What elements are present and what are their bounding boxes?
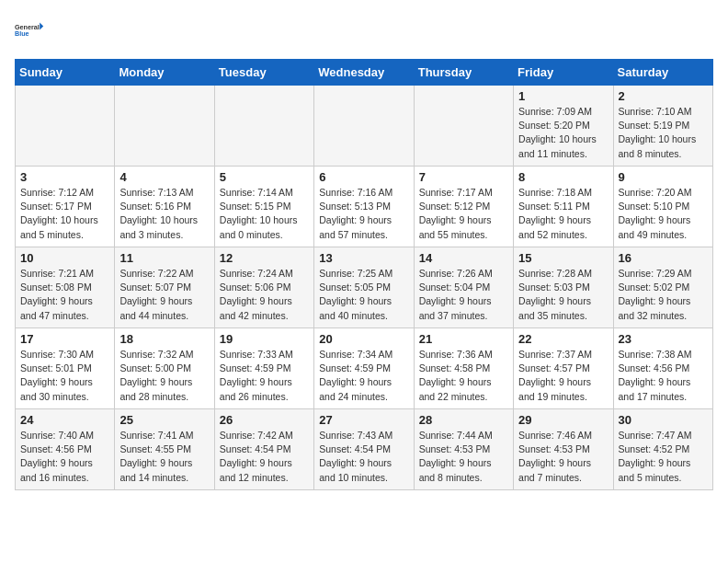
logo-icon: GeneralBlue: [15, 15, 44, 44]
day-number: 26: [220, 413, 309, 427]
day-info: Sunrise: 7:17 AM Sunset: 5:12 PM Dayligh…: [419, 186, 508, 242]
day-number: 10: [20, 251, 109, 265]
day-number: 20: [319, 332, 408, 346]
calendar-cell: [414, 86, 513, 167]
day-number: 19: [220, 332, 309, 346]
calendar-cell: 19Sunrise: 7:33 AM Sunset: 4:59 PM Dayli…: [214, 328, 313, 409]
day-number: 18: [119, 332, 209, 346]
day-info: Sunrise: 7:42 AM Sunset: 4:54 PM Dayligh…: [220, 429, 309, 485]
day-number: 23: [619, 332, 708, 346]
day-info: Sunrise: 7:10 AM Sunset: 5:19 PM Dayligh…: [619, 105, 708, 161]
week-row-4: 17Sunrise: 7:30 AM Sunset: 5:01 PM Dayli…: [16, 328, 713, 409]
calendar-cell: 8Sunrise: 7:18 AM Sunset: 5:11 PM Daylig…: [514, 167, 613, 247]
calendar-cell: 13Sunrise: 7:25 AM Sunset: 5:05 PM Dayli…: [314, 247, 414, 328]
weekday-friday: Friday: [514, 60, 613, 86]
day-number: 25: [119, 413, 209, 427]
calendar-cell: 23Sunrise: 7:38 AM Sunset: 4:56 PM Dayli…: [613, 328, 712, 409]
logo: GeneralBlue: [15, 15, 44, 44]
day-info: Sunrise: 7:38 AM Sunset: 4:56 PM Dayligh…: [619, 348, 708, 404]
day-info: Sunrise: 7:26 AM Sunset: 5:04 PM Dayligh…: [419, 267, 508, 323]
calendar-cell: 2Sunrise: 7:10 AM Sunset: 5:19 PM Daylig…: [613, 86, 712, 167]
day-number: 17: [20, 332, 109, 346]
calendar-cell: 5Sunrise: 7:14 AM Sunset: 5:15 PM Daylig…: [214, 167, 313, 247]
calendar-cell: [16, 86, 115, 167]
calendar-cell: 10Sunrise: 7:21 AM Sunset: 5:08 PM Dayli…: [16, 247, 115, 328]
calendar-cell: 24Sunrise: 7:40 AM Sunset: 4:56 PM Dayli…: [16, 409, 115, 490]
day-info: Sunrise: 7:34 AM Sunset: 4:59 PM Dayligh…: [319, 348, 408, 404]
week-row-2: 3Sunrise: 7:12 AM Sunset: 5:17 PM Daylig…: [16, 167, 713, 247]
day-number: 4: [119, 170, 209, 184]
day-number: 8: [518, 170, 608, 184]
day-number: 5: [220, 170, 309, 184]
calendar-body: 1Sunrise: 7:09 AM Sunset: 5:20 PM Daylig…: [16, 86, 713, 490]
day-number: 15: [518, 251, 608, 265]
day-info: Sunrise: 7:16 AM Sunset: 5:13 PM Dayligh…: [319, 186, 408, 242]
calendar-cell: 27Sunrise: 7:43 AM Sunset: 4:54 PM Dayli…: [314, 409, 414, 490]
day-info: Sunrise: 7:21 AM Sunset: 5:08 PM Dayligh…: [20, 267, 109, 323]
day-info: Sunrise: 7:25 AM Sunset: 5:05 PM Dayligh…: [319, 267, 408, 323]
weekday-header-row: SundayMondayTuesdayWednesdayThursdayFrid…: [16, 60, 713, 86]
week-row-1: 1Sunrise: 7:09 AM Sunset: 5:20 PM Daylig…: [16, 86, 713, 167]
calendar-cell: 14Sunrise: 7:26 AM Sunset: 5:04 PM Dayli…: [414, 247, 513, 328]
weekday-monday: Monday: [115, 60, 214, 86]
calendar-cell: 11Sunrise: 7:22 AM Sunset: 5:07 PM Dayli…: [115, 247, 214, 328]
weekday-sunday: Sunday: [16, 60, 115, 86]
day-info: Sunrise: 7:30 AM Sunset: 5:01 PM Dayligh…: [20, 348, 109, 404]
day-info: Sunrise: 7:12 AM Sunset: 5:17 PM Dayligh…: [20, 186, 109, 242]
day-number: 16: [619, 251, 708, 265]
day-info: Sunrise: 7:28 AM Sunset: 5:03 PM Dayligh…: [518, 267, 608, 323]
day-info: Sunrise: 7:09 AM Sunset: 5:20 PM Dayligh…: [518, 105, 608, 161]
weekday-tuesday: Tuesday: [214, 60, 313, 86]
day-number: 21: [419, 332, 508, 346]
calendar-cell: [214, 86, 313, 167]
day-number: 7: [419, 170, 508, 184]
calendar-header: SundayMondayTuesdayWednesdayThursdayFrid…: [16, 60, 713, 86]
calendar-cell: [115, 86, 214, 167]
day-info: Sunrise: 7:22 AM Sunset: 5:07 PM Dayligh…: [119, 267, 209, 323]
day-number: 13: [319, 251, 408, 265]
day-info: Sunrise: 7:40 AM Sunset: 4:56 PM Dayligh…: [20, 429, 109, 485]
calendar-cell: 26Sunrise: 7:42 AM Sunset: 4:54 PM Dayli…: [214, 409, 313, 490]
day-info: Sunrise: 7:20 AM Sunset: 5:10 PM Dayligh…: [619, 186, 708, 242]
weekday-saturday: Saturday: [613, 60, 712, 86]
calendar-cell: 21Sunrise: 7:36 AM Sunset: 4:58 PM Dayli…: [414, 328, 513, 409]
day-number: 24: [20, 413, 109, 427]
calendar-cell: 1Sunrise: 7:09 AM Sunset: 5:20 PM Daylig…: [514, 86, 613, 167]
day-info: Sunrise: 7:18 AM Sunset: 5:11 PM Dayligh…: [518, 186, 608, 242]
day-number: 6: [319, 170, 408, 184]
calendar-cell: 17Sunrise: 7:30 AM Sunset: 5:01 PM Dayli…: [16, 328, 115, 409]
weekday-thursday: Thursday: [414, 60, 513, 86]
day-number: 30: [619, 413, 708, 427]
day-info: Sunrise: 7:29 AM Sunset: 5:02 PM Dayligh…: [619, 267, 708, 323]
day-info: Sunrise: 7:24 AM Sunset: 5:06 PM Dayligh…: [220, 267, 309, 323]
day-info: Sunrise: 7:46 AM Sunset: 4:53 PM Dayligh…: [518, 429, 608, 485]
day-info: Sunrise: 7:13 AM Sunset: 5:16 PM Dayligh…: [119, 186, 209, 242]
day-info: Sunrise: 7:43 AM Sunset: 4:54 PM Dayligh…: [319, 429, 408, 485]
svg-text:Blue: Blue: [15, 29, 29, 38]
day-number: 29: [518, 413, 608, 427]
calendar-cell: 6Sunrise: 7:16 AM Sunset: 5:13 PM Daylig…: [314, 167, 414, 247]
day-number: 1: [518, 89, 608, 103]
weekday-wednesday: Wednesday: [314, 60, 414, 86]
calendar-cell: 7Sunrise: 7:17 AM Sunset: 5:12 PM Daylig…: [414, 167, 513, 247]
day-number: 14: [419, 251, 508, 265]
day-info: Sunrise: 7:47 AM Sunset: 4:52 PM Dayligh…: [619, 429, 708, 485]
week-row-3: 10Sunrise: 7:21 AM Sunset: 5:08 PM Dayli…: [16, 247, 713, 328]
day-info: Sunrise: 7:44 AM Sunset: 4:53 PM Dayligh…: [419, 429, 508, 485]
calendar-cell: 12Sunrise: 7:24 AM Sunset: 5:06 PM Dayli…: [214, 247, 313, 328]
calendar-table: SundayMondayTuesdayWednesdayThursdayFrid…: [15, 59, 713, 490]
calendar-cell: 28Sunrise: 7:44 AM Sunset: 4:53 PM Dayli…: [414, 409, 513, 490]
day-info: Sunrise: 7:36 AM Sunset: 4:58 PM Dayligh…: [419, 348, 508, 404]
week-row-5: 24Sunrise: 7:40 AM Sunset: 4:56 PM Dayli…: [16, 409, 713, 490]
day-info: Sunrise: 7:37 AM Sunset: 4:57 PM Dayligh…: [518, 348, 608, 404]
day-number: 9: [619, 170, 708, 184]
day-info: Sunrise: 7:41 AM Sunset: 4:55 PM Dayligh…: [119, 429, 209, 485]
calendar-cell: 18Sunrise: 7:32 AM Sunset: 5:00 PM Dayli…: [115, 328, 214, 409]
calendar-cell: 9Sunrise: 7:20 AM Sunset: 5:10 PM Daylig…: [613, 167, 712, 247]
day-number: 27: [319, 413, 408, 427]
day-info: Sunrise: 7:33 AM Sunset: 4:59 PM Dayligh…: [220, 348, 309, 404]
calendar-cell: 30Sunrise: 7:47 AM Sunset: 4:52 PM Dayli…: [613, 409, 712, 490]
day-number: 3: [20, 170, 109, 184]
calendar-cell: 22Sunrise: 7:37 AM Sunset: 4:57 PM Dayli…: [514, 328, 613, 409]
day-number: 28: [419, 413, 508, 427]
